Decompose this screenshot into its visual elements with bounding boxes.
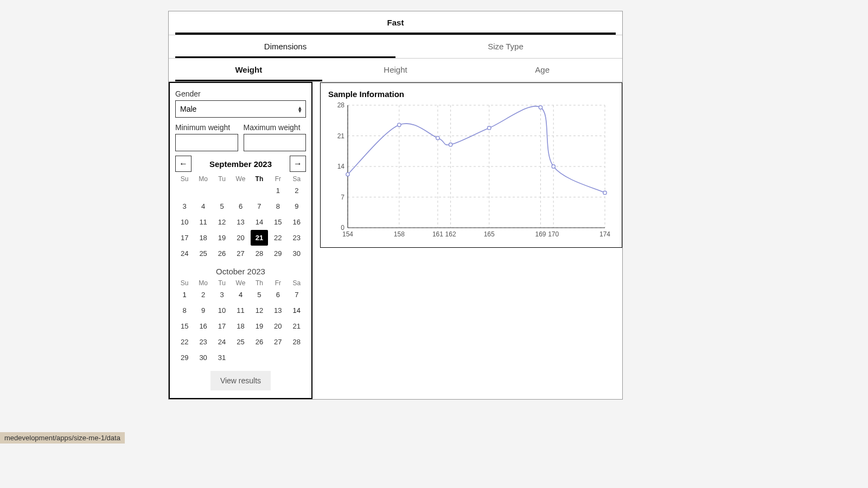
cal-day[interactable]: 8	[269, 200, 287, 213]
cal-day[interactable]: 25	[231, 335, 250, 349]
cal-day[interactable]: 4	[231, 288, 250, 301]
cal-day[interactable]: 7	[288, 288, 306, 301]
cal-day[interactable]: 14	[288, 304, 306, 317]
tab-dimensions[interactable]: Dimensions	[175, 35, 395, 58]
cal-day[interactable]: 5	[250, 288, 269, 301]
cal-day[interactable]: 15	[175, 319, 194, 333]
cal-day[interactable]: 22	[269, 231, 287, 245]
cal-dow-cell: Su	[175, 278, 194, 288]
chart-svg: 07142128154158161162165169170174	[328, 101, 610, 242]
cal-day[interactable]: 12	[213, 215, 231, 229]
filter-pane: Gender Male ▴▾ Minimum weight Maximum we…	[169, 82, 312, 399]
cal-day[interactable]: 18	[231, 319, 250, 333]
cal-dow-cell: We	[231, 278, 250, 288]
svg-text:174: 174	[599, 230, 610, 238]
cal-day[interactable]: 28	[288, 335, 306, 349]
cal-day[interactable]: 23	[288, 231, 306, 245]
calendar-header: ← September 2023 →	[175, 156, 306, 172]
cal-day[interactable]: 29	[175, 351, 194, 364]
cal-dow-cell: Fr	[269, 278, 287, 288]
svg-point-35	[603, 191, 607, 194]
max-weight-label: Maximum weight	[244, 123, 307, 132]
cal-month1-grid: 1234567891011121314151617181920212223242…	[175, 184, 306, 260]
cal-day[interactable]: 16	[288, 215, 306, 229]
view-results-button[interactable]: View results	[210, 371, 271, 390]
cal-day[interactable]: 9	[194, 304, 212, 317]
svg-text:14: 14	[337, 163, 345, 170]
cal-day[interactable]: 6	[231, 200, 250, 213]
svg-text:170: 170	[548, 230, 559, 238]
cal-day[interactable]: 1	[175, 288, 194, 301]
cal-day[interactable]: 10	[213, 304, 231, 317]
tab-height[interactable]: Height	[322, 59, 469, 81]
cal-day[interactable]: 7	[250, 200, 269, 213]
cal-day[interactable]: 31	[213, 351, 231, 364]
tab-age[interactable]: Age	[469, 59, 616, 81]
cal-day[interactable]: 21	[251, 230, 268, 246]
cal-day[interactable]: 27	[231, 247, 250, 260]
cal-dow-cell: Sa	[288, 278, 306, 288]
cal-day[interactable]: 18	[194, 231, 212, 245]
cal-day[interactable]: 24	[213, 335, 231, 349]
cal-day[interactable]: 25	[194, 247, 212, 260]
cal-day[interactable]: 17	[175, 231, 194, 245]
tab-size-type[interactable]: Size Type	[395, 35, 616, 58]
cal-day[interactable]: 24	[175, 247, 194, 260]
cal-day[interactable]: 9	[288, 200, 306, 213]
cal-dow-cell: Tu	[213, 278, 231, 288]
cal-day[interactable]: 30	[288, 247, 306, 260]
cal-day[interactable]: 1	[269, 184, 287, 197]
cal-day[interactable]: 26	[213, 247, 231, 260]
cal-day[interactable]: 2	[194, 288, 212, 301]
cal-day[interactable]: 16	[194, 319, 212, 333]
max-weight-input[interactable]	[244, 134, 307, 151]
gender-select-wrap: Male ▴▾	[175, 100, 306, 118]
cal-day[interactable]: 29	[269, 247, 287, 260]
cal-day[interactable]: 12	[250, 304, 269, 317]
cal-day[interactable]: 11	[194, 215, 212, 229]
cal-day[interactable]: 26	[250, 335, 269, 349]
tabs-tertiary: Weight Height Age	[169, 59, 622, 82]
cal-day[interactable]: 13	[231, 215, 250, 229]
cal-day[interactable]: 23	[194, 335, 212, 349]
svg-text:162: 162	[445, 230, 456, 238]
svg-text:161: 161	[432, 230, 443, 238]
cal-day[interactable]: 21	[288, 319, 306, 333]
svg-point-34	[552, 165, 555, 168]
cal-day[interactable]: 19	[250, 319, 269, 333]
cal-prev-button[interactable]: ←	[175, 156, 192, 172]
cal-day[interactable]: 13	[269, 304, 287, 317]
cal-day[interactable]: 20	[269, 319, 287, 333]
svg-point-29	[398, 123, 401, 126]
cal-day-empty	[175, 184, 194, 197]
cal-day[interactable]: 3	[175, 200, 194, 213]
cal-next-button[interactable]: →	[290, 156, 306, 172]
cal-day[interactable]: 20	[231, 231, 250, 245]
body-row: Gender Male ▴▾ Minimum weight Maximum we…	[169, 82, 622, 399]
tab-fast[interactable]: Fast	[175, 11, 616, 35]
cal-day[interactable]: 17	[213, 319, 231, 333]
chart-title: Sample Information	[328, 89, 614, 99]
cal-day[interactable]: 4	[194, 200, 212, 213]
cal-day[interactable]: 3	[213, 288, 231, 301]
cal-day[interactable]: 27	[269, 335, 287, 349]
cal-day[interactable]: 15	[269, 215, 287, 229]
cal-day[interactable]: 5	[213, 200, 231, 213]
cal-dow-cell: Fr	[269, 174, 287, 184]
cal-day[interactable]: 30	[194, 351, 212, 364]
cal-day[interactable]: 28	[250, 247, 269, 260]
cal-day[interactable]: 11	[231, 304, 250, 317]
cal-day[interactable]: 8	[175, 304, 194, 317]
cal-day[interactable]: 10	[175, 215, 194, 229]
svg-text:158: 158	[394, 230, 405, 238]
cal-month1-title: September 2023	[192, 159, 290, 169]
cal-day[interactable]: 2	[288, 184, 306, 197]
cal-day[interactable]: 6	[269, 288, 287, 301]
cal-day[interactable]: 14	[250, 215, 269, 229]
min-weight-input[interactable]	[175, 134, 238, 151]
cal-day[interactable]: 22	[175, 335, 194, 349]
tab-weight[interactable]: Weight	[175, 59, 322, 81]
gender-select[interactable]: Male	[175, 100, 306, 118]
chart-pane: Sample Information 071421281541581611621…	[312, 82, 622, 399]
cal-day[interactable]: 19	[213, 231, 231, 245]
